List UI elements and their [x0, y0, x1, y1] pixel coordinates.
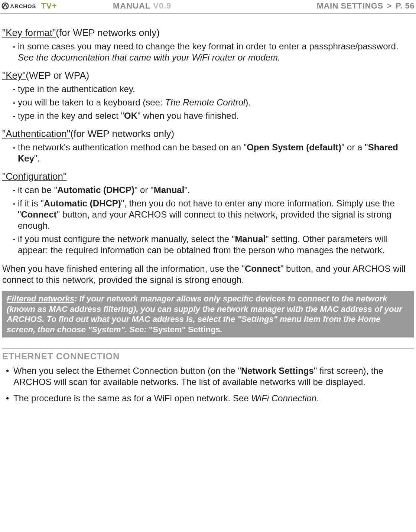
- list-configuration: it can be "Automatic (DHCP)" or "Manual"…: [13, 185, 414, 256]
- chevron-right-icon: >: [387, 1, 392, 11]
- heading-key: "Key" (WEP or WPA): [2, 70, 414, 81]
- breadcrumb-section: MAIN SETTINGS: [317, 1, 383, 11]
- tv-plus-label: TV+: [41, 1, 57, 11]
- callout-filtered-networks: Filtered networks: If your network manag…: [2, 291, 414, 337]
- svg-text:ARCHOS: ARCHOS: [10, 3, 36, 9]
- list-item: if it is "Automatic (DHCP)", then you do…: [13, 198, 414, 231]
- heading-configuration: "Configuration": [2, 171, 414, 182]
- heading-key-format: "Key format" (for WEP networks only): [2, 27, 414, 39]
- list-item: When you select the Ethernet Connection …: [6, 365, 414, 388]
- list-item: type in the authentication key.: [13, 84, 414, 95]
- page-header: ARCHOS TV+ MANUAL V0.9 MAIN SETTINGS > P…: [0, 0, 416, 14]
- list-item: the network's authentication method can …: [13, 142, 414, 164]
- page-content: "Key format" (for WEP networks only) in …: [0, 14, 416, 411]
- heading-authentication: "Authentication" (for WEP networks only): [2, 128, 414, 140]
- page-number: P. 56: [396, 1, 415, 11]
- list-item: if you must configure the network manual…: [13, 234, 414, 256]
- version-label: V0.9: [153, 1, 171, 10]
- callout-title: Filtered networks: [7, 294, 74, 303]
- list-item: you will be taken to a keyboard (see: Th…: [13, 97, 414, 108]
- manual-label: MANUAL V0.9: [113, 1, 171, 11]
- list-key: type in the authentication key. you will…: [13, 84, 414, 121]
- list-item: type in the key and select "OK" when you…: [13, 110, 414, 121]
- section-heading-ethernet: ETHERNET CONNECTION: [2, 348, 414, 362]
- list-item: in some cases you may need to change the…: [13, 41, 414, 63]
- list-item: The procedure is the same as for a WiFi …: [6, 393, 414, 404]
- list-item: it can be "Automatic (DHCP)" or "Manual"…: [13, 185, 414, 196]
- archos-logo: ARCHOS: [1, 2, 39, 10]
- list-ethernet: When you select the Ethernet Connection …: [6, 365, 414, 404]
- list-authentication: the network's authentication method can …: [13, 142, 414, 164]
- list-key-format: in some cases you may need to change the…: [13, 41, 414, 63]
- paragraph-finish: When you have finished entering all the …: [2, 263, 414, 285]
